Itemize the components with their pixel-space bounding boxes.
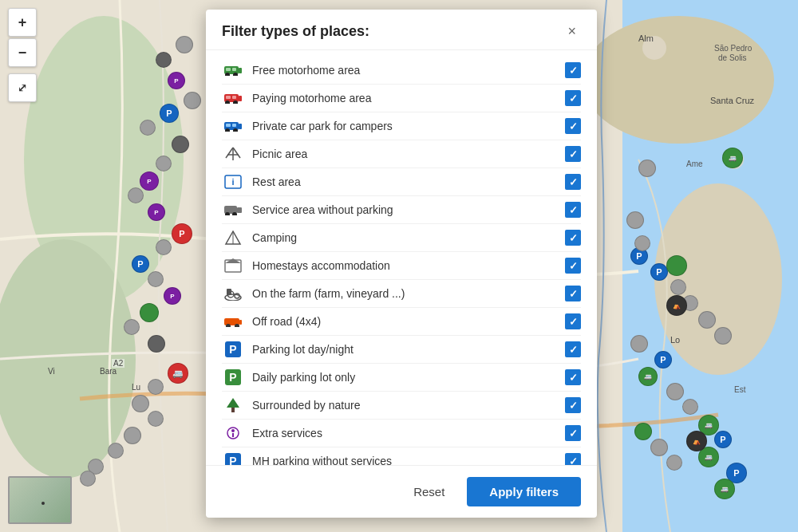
svg-point-17	[233, 100, 238, 104]
filter-checkbox-surrounded-nature[interactable]	[565, 397, 581, 413]
map-marker[interactable]: 🚐	[722, 148, 743, 168]
svg-point-42	[235, 294, 239, 298]
map-marker[interactable]	[156, 156, 172, 171]
svg-rect-15	[239, 96, 242, 101]
filter-checkbox-homestays[interactable]	[565, 258, 581, 274]
map-marker[interactable]	[666, 383, 684, 400]
filter-label-farm: On the farm (farm, vineyard ...)	[252, 287, 565, 300]
map-marker[interactable]	[670, 279, 686, 295]
filter-item-extra-services[interactable]: Extra services	[222, 420, 581, 447]
modal-close-button[interactable]: ×	[563, 22, 581, 40]
map-marker[interactable]	[140, 120, 156, 136]
filter-icon-paying-motorhome	[222, 90, 244, 106]
map-marker[interactable]	[638, 160, 656, 177]
map-marker[interactable]	[108, 443, 124, 459]
map-marker[interactable]: ⛺	[686, 431, 707, 451]
filter-item-surrounded-nature[interactable]: Surrounded by nature	[222, 392, 581, 420]
map-marker[interactable]: P	[654, 351, 672, 368]
svg-marker-52	[227, 398, 239, 408]
filter-item-parking-daily[interactable]: PDaily parking lot only	[222, 364, 581, 392]
map-marker[interactable]	[666, 455, 682, 471]
filter-checkbox-paying-motorhome[interactable]	[565, 90, 581, 106]
map-thumbnail[interactable]	[8, 476, 72, 524]
map-marker[interactable]: 🚐	[638, 367, 658, 386]
filter-checkbox-private-car-park[interactable]	[565, 118, 581, 134]
filter-checkbox-parking-day-night[interactable]	[565, 341, 581, 357]
map-marker[interactable]	[172, 136, 189, 153]
filter-checkbox-mh-parking[interactable]	[565, 453, 581, 465]
map-marker[interactable]	[666, 255, 687, 276]
filter-label-paying-motorhome: Paying motorhome area	[252, 92, 565, 104]
map-marker[interactable]: P	[140, 171, 159, 191]
filter-checkbox-free-motorhome[interactable]	[565, 62, 581, 78]
map-marker[interactable]	[148, 271, 164, 287]
filter-label-off-road: Off road (4x4)	[252, 315, 565, 328]
filter-item-private-car-park[interactable]: Private car park for campers	[222, 112, 581, 140]
filter-item-service-area[interactable]: Service area without parking	[222, 196, 581, 224]
map-marker[interactable]	[630, 335, 648, 353]
filter-icon-free-motorhome	[222, 62, 244, 78]
filter-item-camping[interactable]: Camping	[222, 224, 581, 252]
filter-checkbox-extra-services[interactable]	[565, 425, 581, 441]
svg-point-5	[654, 183, 782, 375]
filter-item-parking-day-night[interactable]: PParking lot day/night	[222, 336, 581, 364]
map-marker[interactable]	[148, 335, 165, 353]
filter-checkbox-parking-daily[interactable]	[565, 369, 581, 385]
filter-checkbox-camping[interactable]	[565, 230, 581, 246]
svg-rect-9	[239, 68, 242, 73]
filter-item-homestays[interactable]: Homestays accommodation	[222, 252, 581, 280]
filter-item-picnic-area[interactable]: Picnic area	[222, 140, 581, 168]
filter-item-farm[interactable]: On the farm (farm, vineyard ...)	[222, 280, 581, 308]
modal-title: Filter types of places:	[222, 23, 369, 40]
map-marker[interactable]	[80, 471, 96, 487]
map-marker[interactable]: P	[172, 223, 192, 244]
map-marker[interactable]	[124, 427, 141, 444]
svg-rect-33	[237, 207, 242, 213]
filter-checkbox-rest-area[interactable]	[565, 174, 581, 190]
filter-icon-parking-daily: P	[222, 369, 244, 385]
map-marker[interactable]	[176, 36, 193, 53]
map-marker[interactable]	[634, 235, 650, 251]
map-marker[interactable]: 🚐	[168, 363, 188, 384]
map-marker[interactable]	[650, 439, 668, 456]
filter-item-off-road[interactable]: Off road (4x4)	[222, 308, 581, 336]
expand-map-button[interactable]: ⤢	[8, 73, 37, 102]
map-marker[interactable]: P	[164, 287, 181, 305]
map-marker[interactable]: P	[132, 255, 149, 273]
map-marker[interactable]	[634, 423, 652, 440]
apply-filters-button[interactable]: Apply filters	[467, 477, 581, 506]
filter-checkbox-off-road[interactable]	[565, 313, 581, 329]
map-marker[interactable]: P	[160, 104, 179, 123]
filter-item-rest-area[interactable]: iRest area	[222, 168, 581, 196]
map-marker[interactable]: P	[148, 203, 165, 221]
svg-point-46	[226, 324, 231, 327]
zoom-in-button[interactable]: +	[8, 8, 37, 37]
map-marker[interactable]	[714, 327, 732, 345]
map-marker[interactable]	[148, 379, 164, 395]
filter-item-mh-parking[interactable]: PMH parking without services	[222, 447, 581, 465]
map-marker[interactable]	[156, 239, 172, 255]
map-marker[interactable]: P	[650, 263, 668, 281]
map-marker[interactable]: P	[714, 431, 732, 448]
map-marker[interactable]	[124, 319, 140, 335]
map-marker[interactable]: ⛺	[666, 295, 687, 316]
map-marker[interactable]	[140, 303, 159, 322]
map-marker[interactable]	[184, 92, 201, 109]
map-marker[interactable]	[156, 52, 172, 68]
map-marker[interactable]	[682, 399, 698, 415]
map-marker[interactable]: P	[168, 72, 185, 89]
map-marker[interactable]: 🚐	[714, 479, 735, 499]
map-marker[interactable]	[626, 211, 644, 229]
map-marker[interactable]	[132, 395, 149, 412]
map-marker[interactable]	[698, 311, 716, 329]
map-marker[interactable]	[148, 411, 164, 427]
filter-checkbox-farm[interactable]	[565, 286, 581, 301]
filter-checkbox-picnic-area[interactable]	[565, 146, 581, 162]
zoom-out-button[interactable]: −	[8, 38, 37, 67]
filter-item-paying-motorhome[interactable]: Paying motorhome area	[222, 85, 581, 112]
svg-point-55	[231, 429, 235, 432]
map-marker[interactable]	[128, 187, 144, 203]
filter-item-free-motorhome[interactable]: Free motorhome area	[222, 57, 581, 85]
filter-checkbox-service-area[interactable]	[565, 202, 581, 218]
reset-button[interactable]: Reset	[404, 479, 454, 505]
